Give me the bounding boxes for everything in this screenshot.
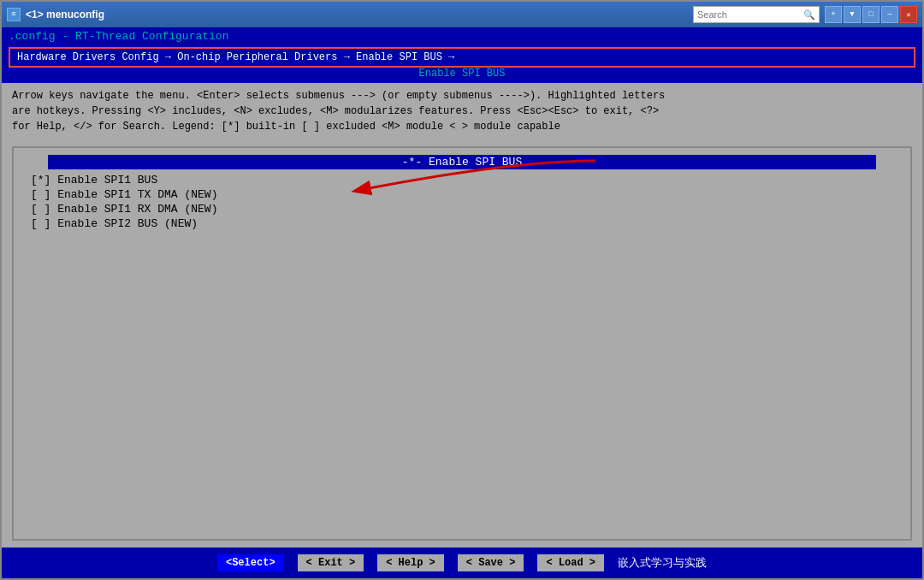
help-text-area: Arrow keys navigate the menu. <Enter> se…: [2, 83, 922, 139]
menu-item-label: [ ] Enable SPI2 BUS (NEW): [31, 217, 198, 230]
search-input[interactable]: [697, 9, 800, 20]
close-button[interactable]: ✕: [900, 6, 917, 23]
menu-item-label: -*- Enable SPI BUS: [402, 156, 522, 169]
load-button[interactable]: < Load >: [537, 554, 604, 571]
menu-box: -*- Enable SPI BUS [*] Enable SPI1 BUS […: [12, 146, 912, 541]
dropdown-button[interactable]: ▼: [844, 6, 861, 23]
menu-item-enable-spi-bus[interactable]: -*- Enable SPI BUS: [48, 155, 876, 169]
exit-button[interactable]: < Exit >: [298, 554, 364, 571]
save-button[interactable]: < Save >: [458, 554, 524, 571]
menu-item-label: [ ] Enable SPI1 RX DMA (NEW): [31, 203, 217, 216]
menu-item-enable-spi1-bus[interactable]: [*] Enable SPI1 BUS: [14, 173, 910, 187]
help-button[interactable]: < Help >: [377, 554, 444, 571]
maximize-button[interactable]: □: [862, 6, 880, 23]
menu-item-label: [*] Enable SPI1 BUS: [31, 174, 157, 186]
help-line-2: are hotkeys. Pressing <Y> includes, <N> …: [12, 104, 912, 119]
search-icon: 🔍: [803, 9, 815, 21]
add-button[interactable]: +: [825, 6, 842, 23]
window-title: <1> menuconfig: [26, 9, 688, 21]
breadcrumb-subtitle: Enable SPI BUS: [5, 68, 919, 81]
main-window: ≡ <1> menuconfig 🔍 + ▼ □ ─ ✕ .config - R…: [0, 0, 924, 580]
bottom-bar: <Select> < Exit > < Help > < Save > < Lo…: [2, 547, 922, 578]
menu-item-enable-spi1-tx-dma[interactable]: [ ] Enable SPI1 TX DMA (NEW): [14, 187, 910, 202]
window-controls: + ▼ □ ─ ✕: [825, 6, 917, 23]
search-box[interactable]: 🔍: [693, 6, 820, 23]
help-line-1: Arrow keys navigate the menu. <Enter> se…: [12, 88, 912, 104]
menu-item-label: [ ] Enable SPI1 TX DMA (NEW): [31, 188, 217, 201]
help-line-3: for Help, </> for Search. Legend: [*] bu…: [12, 119, 912, 134]
menu-bar: .config - RT-Thread Configuration: [2, 27, 922, 45]
menu-item-enable-spi1-rx-dma[interactable]: [ ] Enable SPI1 RX DMA (NEW): [14, 202, 910, 216]
main-content: -*- Enable SPI BUS [*] Enable SPI1 BUS […: [2, 139, 922, 547]
title-bar: ≡ <1> menuconfig 🔍 + ▼ □ ─ ✕: [2, 2, 922, 27]
menu-item-enable-spi2-bus[interactable]: [ ] Enable SPI2 BUS (NEW): [14, 216, 910, 231]
config-label: .config - RT-Thread Configuration: [9, 30, 228, 43]
watermark: 嵌入式学习与实践: [618, 555, 707, 571]
window-icon: ≡: [7, 8, 21, 21]
breadcrumb: Hardware Drivers Config → On-chip Periph…: [9, 47, 915, 68]
minimize-button[interactable]: ─: [881, 6, 898, 23]
select-button[interactable]: <Select>: [217, 554, 284, 571]
breadcrumb-text: Hardware Drivers Config → On-chip Periph…: [17, 51, 454, 63]
